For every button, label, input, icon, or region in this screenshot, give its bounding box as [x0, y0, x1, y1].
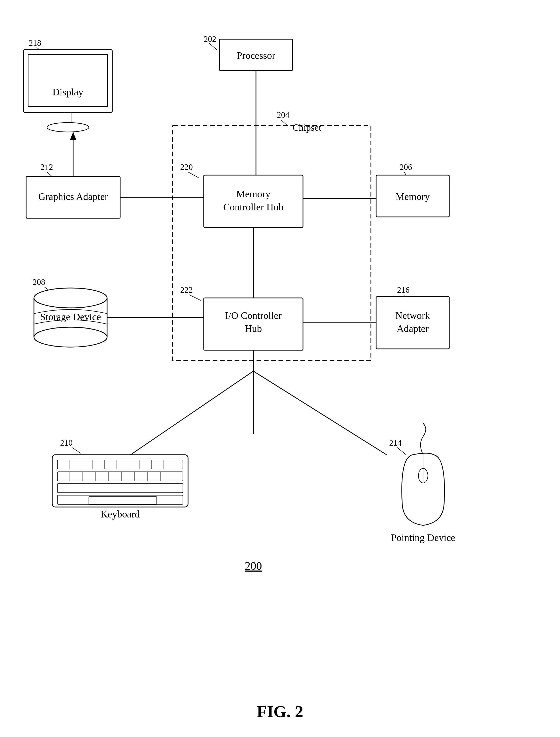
svg-text:214: 214 — [389, 438, 402, 448]
svg-text:Graphics Adapter: Graphics Adapter — [38, 191, 108, 202]
svg-text:Memory: Memory — [236, 188, 271, 199]
svg-text:220: 220 — [180, 162, 193, 172]
svg-text:Chipset: Chipset — [293, 122, 321, 133]
svg-text:Display: Display — [53, 86, 83, 97]
svg-text:Hub: Hub — [245, 323, 262, 334]
fig-label: FIG. 2 — [257, 702, 303, 721]
svg-text:Processor: Processor — [237, 50, 275, 61]
svg-text:204: 204 — [277, 110, 289, 119]
svg-text:202: 202 — [204, 34, 216, 44]
svg-text:Memory: Memory — [396, 191, 430, 202]
svg-line-16 — [189, 295, 201, 300]
svg-text:Storage Device: Storage Device — [40, 311, 101, 322]
svg-text:200: 200 — [245, 560, 262, 572]
svg-line-54 — [131, 371, 253, 455]
svg-point-50 — [34, 327, 107, 347]
svg-text:Controller Hub: Controller Hub — [223, 201, 283, 212]
svg-text:Network: Network — [395, 310, 430, 321]
svg-text:212: 212 — [40, 162, 53, 172]
svg-point-47 — [34, 288, 107, 308]
svg-line-10 — [188, 172, 199, 178]
svg-marker-38 — [70, 132, 76, 140]
svg-rect-32 — [24, 50, 112, 112]
diagram-container: 202 Processor 204 Chipset 220 Memory Con… — [0, 16, 560, 721]
svg-text:210: 210 — [60, 438, 73, 448]
svg-text:216: 216 — [397, 285, 410, 294]
svg-text:I/O Controller: I/O Controller — [225, 310, 282, 321]
svg-line-1 — [209, 43, 217, 50]
svg-rect-11 — [204, 175, 303, 227]
svg-text:218: 218 — [29, 38, 41, 48]
svg-line-55 — [253, 371, 387, 455]
svg-text:208: 208 — [33, 277, 45, 287]
svg-line-84 — [397, 448, 406, 455]
svg-text:206: 206 — [400, 162, 412, 172]
svg-text:Keyboard: Keyboard — [101, 509, 140, 520]
svg-text:Adapter: Adapter — [397, 323, 429, 334]
svg-line-6 — [281, 120, 287, 125]
svg-point-35 — [47, 123, 89, 132]
svg-text:Pointing Device: Pointing Device — [391, 532, 455, 543]
svg-text:222: 222 — [180, 285, 193, 294]
svg-rect-41 — [376, 296, 449, 349]
svg-line-58 — [72, 448, 81, 454]
